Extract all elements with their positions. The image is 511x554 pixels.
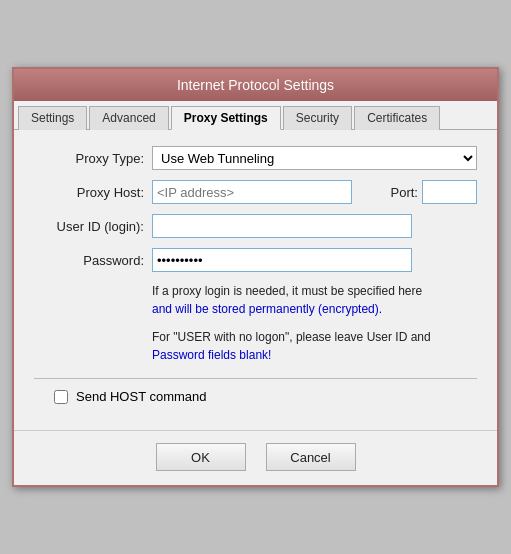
password-input[interactable] xyxy=(152,248,412,272)
dialog: Internet Protocol Settings Settings Adva… xyxy=(12,67,499,487)
proxy-type-select[interactable]: No Proxy Use HTTP Proxy Use SOCKS4 Proxy… xyxy=(152,146,477,170)
send-host-label: Send HOST command xyxy=(76,389,207,404)
ok-button[interactable]: OK xyxy=(156,443,246,471)
content-area: Proxy Type: No Proxy Use HTTP Proxy Use … xyxy=(14,130,497,430)
tab-certificates[interactable]: Certificates xyxy=(354,106,440,130)
title-bar: Internet Protocol Settings xyxy=(14,69,497,101)
password-label: Password: xyxy=(34,253,144,268)
window-title: Internet Protocol Settings xyxy=(177,77,334,93)
tab-advanced[interactable]: Advanced xyxy=(89,106,168,130)
info-text-2: For "USER with no logon", please leave U… xyxy=(152,328,477,364)
userid-input[interactable]: username@domain.com xyxy=(152,214,412,238)
info-text-1: If a proxy login is needed, it must be s… xyxy=(152,282,477,318)
separator xyxy=(34,378,477,379)
button-bar: OK Cancel xyxy=(14,430,497,485)
userid-label: User ID (login): xyxy=(34,219,144,234)
password-row: Password: xyxy=(34,248,477,272)
port-label: Port: xyxy=(391,185,418,200)
userid-row: User ID (login): username@domain.com xyxy=(34,214,477,238)
cancel-button[interactable]: Cancel xyxy=(266,443,356,471)
tab-bar: Settings Advanced Proxy Settings Securit… xyxy=(14,101,497,130)
send-host-row: Send HOST command xyxy=(54,389,477,404)
port-input[interactable]: 8080 xyxy=(422,180,477,204)
port-group: Port: 8080 xyxy=(391,180,477,204)
proxy-type-label: Proxy Type: xyxy=(34,151,144,166)
proxy-host-input[interactable] xyxy=(152,180,352,204)
proxy-host-row: Proxy Host: Port: 8080 xyxy=(34,180,477,204)
tab-security[interactable]: Security xyxy=(283,106,352,130)
tab-proxy-settings[interactable]: Proxy Settings xyxy=(171,106,281,130)
proxy-type-row: Proxy Type: No Proxy Use HTTP Proxy Use … xyxy=(34,146,477,170)
send-host-checkbox[interactable] xyxy=(54,390,68,404)
proxy-host-label: Proxy Host: xyxy=(34,185,144,200)
tab-settings[interactable]: Settings xyxy=(18,106,87,130)
